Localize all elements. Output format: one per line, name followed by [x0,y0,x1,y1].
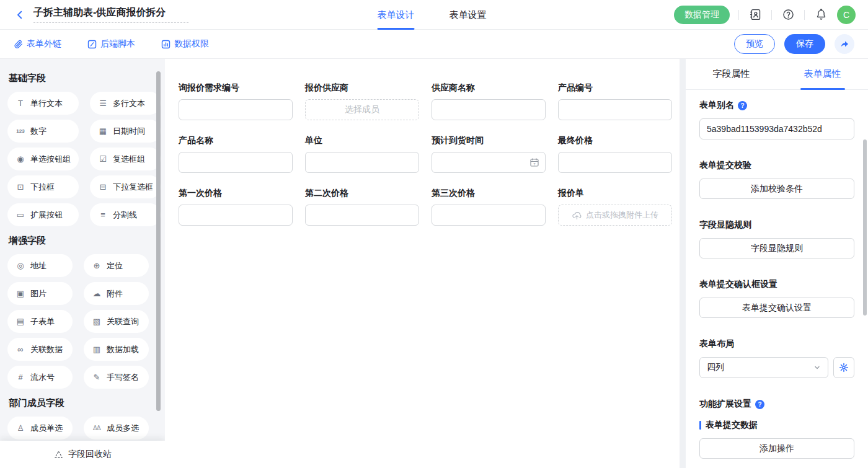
form-title[interactable]: 子拆主辅助表-供应商报价拆分 [33,6,188,23]
canvas-field-expected-arrival-time[interactable]: 预计到货时间7 [432,135,546,173]
form-layout-select[interactable]: 四列 [699,357,828,378]
panel-scrollbar[interactable] [863,139,867,316]
radio-group-icon: ◉ [16,155,25,163]
help-icon[interactable]: ? [738,101,747,110]
field-type-linked-data[interactable]: ∞关联数据 [7,338,73,361]
field-input-first-price[interactable] [179,205,293,226]
field-label: 报价供应商 [305,82,419,94]
canvas-field-first-price[interactable]: 第一次价格 [179,188,293,226]
script-icon [87,40,97,49]
field-type-extension-button[interactable]: ▭扩展按钮 [7,203,79,226]
divider [804,10,805,20]
field-type-dropdown[interactable]: ⊡下拉框 [7,175,79,198]
sidebar-scrollbar[interactable] [156,71,161,411]
canvas-field-third-price[interactable]: 第三次价格 [432,188,546,226]
field-type-member-single[interactable]: ♙成员单选 [7,417,73,439]
field-input-supplier-name[interactable] [432,99,546,120]
address-book-icon[interactable] [748,7,763,22]
canvas-field-supplier-name[interactable]: 供应商名称 [432,82,546,120]
recycle-bin-label: 字段回收站 [68,449,112,460]
field-type-label: 下拉框 [30,182,55,193]
data-permission-button[interactable]: 数据权限 [161,38,209,50]
field-type-member-multi[interactable]: ♙♙成员多选 [84,417,149,439]
tab-form-design[interactable]: 表单设计 [377,0,414,30]
field-input-product-no[interactable] [558,99,672,120]
tab-form-properties[interactable]: 表单属性 [777,59,868,89]
back-button[interactable] [12,7,27,22]
field-recycle-bin-button[interactable]: 字段回收站 [0,441,165,468]
form-alias-input[interactable] [699,118,854,139]
field-type-serial-number[interactable]: #流水号 [7,366,73,389]
field-type-signature[interactable]: ✎手写签名 [84,366,149,389]
date-picker-expected-arrival-time[interactable]: 7 [432,152,546,173]
field-label: 预计到货时间 [432,135,546,146]
field-input-final-price[interactable] [558,152,672,173]
field-type-label: 分割线 [113,210,137,221]
form-design-canvas[interactable]: 询报价需求编号报价供应商选择成员供应商名称产品编号产品名称单位预计到货时间7最终… [165,59,680,468]
field-type-datetime[interactable]: ▦日期时间 [90,120,161,143]
field-type-attachment[interactable]: ☁附件 [84,282,149,305]
upload-area-quotation[interactable]: 点击或拖拽附件上传 [558,205,672,226]
member-select-quote-supplier[interactable]: 选择成员 [305,99,419,120]
canvas-field-inquiry-request-no[interactable]: 询报价需求编号 [179,82,293,120]
field-input-product-name[interactable] [179,152,293,173]
preview-button[interactable]: 预览 [734,34,775,54]
form-submit-validation-label: 表单提交校验 [699,160,854,171]
canvas-field-unit[interactable]: 单位 [305,135,419,173]
form-layout-value: 四列 [707,362,724,373]
help-icon[interactable]: ? [755,400,764,409]
divider-icon: ≡ [98,211,108,219]
backend-script-button[interactable]: 后端脚本 [87,38,135,50]
field-input-second-price[interactable] [305,205,419,226]
field-type-number[interactable]: 123数字 [7,120,79,143]
canvas-field-second-price[interactable]: 第二次价格 [305,188,419,226]
field-type-label: 数字 [30,126,46,137]
sidebar-section-title: 部门成员字段 [9,397,149,409]
form-submit-validation-button[interactable]: 添加校验条件 [699,179,854,199]
field-type-image[interactable]: ▣图片 [7,282,73,305]
field-visibility-rules-button[interactable]: 字段显隐规则 [699,238,854,258]
canvas-field-final-price[interactable]: 最终价格 [558,135,672,173]
field-type-radio-group[interactable]: ◉单选按钮组 [7,148,79,170]
field-input-inquiry-request-no[interactable] [179,99,293,120]
canvas-field-product-name[interactable]: 产品名称 [179,135,293,173]
data-manage-button[interactable]: 数据管理 [674,6,730,24]
form-submit-confirm-button[interactable]: 表单提交确认设置 [699,298,854,318]
field-type-location[interactable]: ⊕定位 [84,254,149,277]
field-input-third-price[interactable] [432,205,546,226]
field-input-unit[interactable] [305,152,419,173]
field-type-data-load[interactable]: ▥数据加载 [84,338,149,361]
form-submit-data-button[interactable]: 添加操作 [699,438,854,459]
field-label: 报价单 [558,188,672,199]
share-button[interactable] [835,34,854,54]
help-icon[interactable] [781,7,795,22]
canvas-field-quotation[interactable]: 报价单点击或拖拽附件上传 [558,188,672,226]
tab-field-properties[interactable]: 字段属性 [686,59,777,89]
function-extension-label: 功能扩展设置 [699,399,751,410]
signature-icon: ✎ [92,373,102,381]
data-permission-label: 数据权限 [174,38,209,50]
serial-number-icon: # [16,373,25,381]
field-type-single-line-text[interactable]: T单行文本 [7,92,79,115]
canvas-field-quote-supplier[interactable]: 报价供应商选择成员 [305,82,419,120]
canvas-field-product-no[interactable]: 产品编号 [558,82,672,120]
field-type-linked-query[interactable]: ▧关联查询 [84,310,149,333]
dropdown-multi-icon: ⊟ [98,183,108,191]
notification-bell-icon[interactable] [813,7,828,22]
tab-form-settings[interactable]: 表单设置 [449,0,486,30]
panel-section-field-visibility-rules: 字段显隐规则字段显隐规则 [699,219,854,258]
field-type-dropdown-multi[interactable]: ⊟下拉复选框 [90,175,161,198]
member-multi-icon: ♙♙ [92,425,102,431]
save-button[interactable]: 保存 [784,34,825,54]
field-type-multi-line-text[interactable]: ☰多行文本 [90,92,161,115]
upload-cloud-icon [572,210,582,221]
form-external-link-button[interactable]: 表单外链 [14,38,61,50]
field-type-address[interactable]: ◎地址 [7,254,73,277]
field-type-subform[interactable]: ▤子表单 [7,310,73,333]
layout-settings-button[interactable] [833,357,854,378]
svg-text:7: 7 [533,162,536,166]
user-avatar[interactable]: C [837,6,856,24]
field-type-divider[interactable]: ≡分割线 [90,203,161,226]
field-type-label: 流水号 [30,372,55,383]
field-type-checkbox-group[interactable]: ☑复选框组 [90,148,161,170]
